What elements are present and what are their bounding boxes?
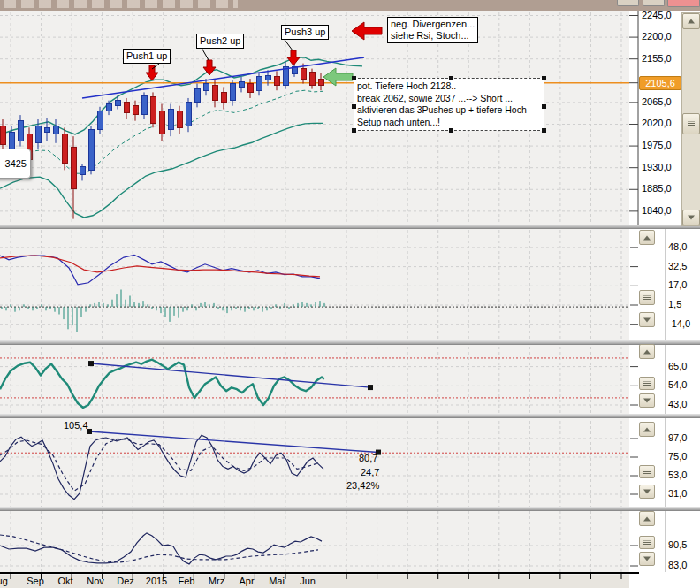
rsi-scrollbar[interactable] <box>639 344 655 408</box>
momentum-axis-label: 90,5 <box>668 539 687 550</box>
grip-icon <box>643 381 651 386</box>
candle-body <box>133 106 138 114</box>
candle-body <box>177 111 182 127</box>
candle-body <box>71 148 76 189</box>
time-axis-label: Apr <box>239 576 254 586</box>
selection-handle[interactable] <box>542 76 546 80</box>
scroll-up-button[interactable] <box>639 344 655 359</box>
scrollbar-thumb[interactable] <box>639 377 655 390</box>
time-axis-label: Jun <box>300 576 316 586</box>
candle-body <box>203 84 209 91</box>
scrollbar-thumb[interactable] <box>682 113 700 134</box>
push1-label-box[interactable]: Push1 up <box>123 49 171 64</box>
candle-body <box>18 121 23 141</box>
grip-icon <box>643 540 651 545</box>
rsi-axis-label: 54,0 <box>668 379 687 390</box>
rsi-axis-label: 65,0 <box>668 361 687 371</box>
panel-separator[interactable] <box>0 225 700 229</box>
trendline-handle[interactable] <box>368 385 373 390</box>
panel-separator[interactable] <box>0 414 700 418</box>
price-axis-label: 2155,0 <box>642 53 672 64</box>
candle-body <box>247 84 253 93</box>
time-axis-label: Sep <box>27 576 44 586</box>
scrollbar-thumb[interactable] <box>639 536 655 549</box>
close-button[interactable] <box>667 0 700 7</box>
push3-label-box[interactable]: Push3 up <box>281 25 329 40</box>
note-line: neg. Divergenzen... <box>391 19 475 30</box>
price-axis-label: 1885,0 <box>642 183 672 194</box>
candle-body <box>168 110 173 130</box>
watermark-logo <box>4 0 238 8</box>
selection-handle[interactable] <box>352 104 356 109</box>
stoch-axis-label: 75,0 <box>668 451 687 462</box>
stoch-low-value: 24,7 <box>361 467 379 477</box>
arrow-up-icon <box>688 19 695 24</box>
rsi-axis-label: 43,0 <box>668 399 687 409</box>
last-price-tag: 2105,6 <box>639 76 681 90</box>
push2-label-box[interactable]: Push2 up <box>196 34 244 49</box>
candle-body <box>141 95 147 114</box>
scroll-up-button[interactable] <box>639 511 655 526</box>
selection-handle[interactable] <box>352 128 356 133</box>
main-scrollbar[interactable] <box>681 12 700 226</box>
trendline-handle[interactable] <box>88 361 94 366</box>
note-line: siehe Rsi, Stoch... <box>391 30 475 42</box>
price-axis-label: 1840,0 <box>642 205 672 216</box>
stoch-axis-label: 97,0 <box>668 432 687 443</box>
time-axis-label: Mrz <box>209 576 224 586</box>
arrow-down-icon <box>643 490 651 494</box>
trendline-start-value: 105,4 <box>64 420 88 431</box>
maximize-button[interactable] <box>643 0 665 6</box>
selection-handle[interactable] <box>449 76 453 80</box>
time-axis-label: Aug <box>0 576 8 586</box>
candle-body <box>301 69 306 79</box>
arrow-down-icon <box>688 216 695 220</box>
note-line: break 2062, sowie 2037 ...--> Short ... <box>357 93 541 105</box>
stoch-scrollbar[interactable] <box>639 422 655 499</box>
macd-scrollbar[interactable] <box>639 230 655 327</box>
value-tooltip: 3425 <box>0 149 31 179</box>
setup-note-box[interactable]: pot. Tiefere Hoch 2128.. break 2062, sow… <box>354 78 544 131</box>
selection-handle[interactable] <box>542 128 546 133</box>
note-line: pot. Tiefere Hoch 2128.. <box>357 80 541 93</box>
note-line: aktivieren das 3Pushes up + tiefere Hoch <box>357 104 541 117</box>
time-axis-label: Mai <box>269 576 285 586</box>
candle-body <box>221 92 226 102</box>
minimize-button[interactable] <box>617 0 639 6</box>
momentum-scrollbar[interactable] <box>639 511 655 566</box>
scroll-down-button[interactable] <box>639 485 655 499</box>
charting-app-window: Push1 up Push2 up Push3 up neg. Divergen… <box>0 0 700 588</box>
candle-body <box>106 104 111 111</box>
retracement-percent: 23,42% <box>346 480 379 491</box>
scroll-up-button[interactable] <box>682 13 700 29</box>
selection-handle[interactable] <box>542 104 546 109</box>
scroll-down-button[interactable] <box>639 312 655 327</box>
time-axis-label: Nov <box>87 576 104 586</box>
candle-body <box>212 86 217 101</box>
arrow-up-icon <box>643 427 651 431</box>
candle-body <box>88 129 94 170</box>
price-axis-label: 1975,0 <box>642 140 672 150</box>
selection-handle[interactable] <box>449 128 453 133</box>
scrollbar-thumb[interactable] <box>639 290 655 305</box>
scrollbar-thumb[interactable] <box>639 465 655 478</box>
macd-axis-label: 48,0 <box>668 241 687 252</box>
scroll-up-button[interactable] <box>639 422 655 437</box>
selection-handle[interactable] <box>352 76 356 80</box>
macd-axis-label: 32,5 <box>668 261 687 271</box>
panel-separator[interactable] <box>0 507 700 511</box>
grip-icon <box>643 470 651 474</box>
time-axis-label: 2015 <box>146 576 167 586</box>
scroll-down-button[interactable] <box>639 393 655 408</box>
arrow-down-icon <box>643 317 651 322</box>
note-line: Setup nach unten...! <box>357 117 541 129</box>
scroll-up-button[interactable] <box>639 230 655 245</box>
arrow-up-icon <box>643 516 651 521</box>
price-axis-label: 2065,0 <box>642 96 672 107</box>
candle-body <box>159 111 164 134</box>
panel-separator[interactable] <box>0 340 700 345</box>
divergence-note-box[interactable]: neg. Divergenzen... siehe Rsi, Stoch... <box>387 17 478 43</box>
scroll-down-button[interactable] <box>639 552 655 566</box>
candle-body <box>150 97 156 124</box>
scroll-down-button[interactable] <box>682 210 700 225</box>
